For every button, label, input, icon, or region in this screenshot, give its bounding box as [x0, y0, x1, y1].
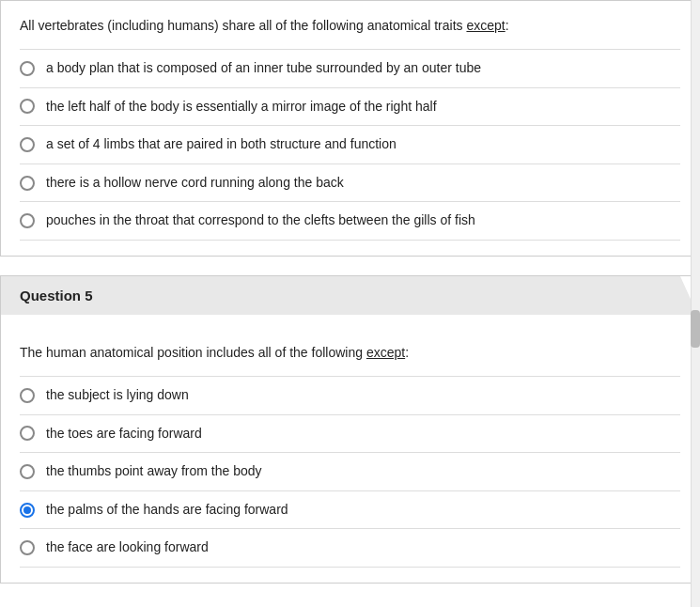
- q4-prompt-underline: except: [466, 18, 505, 33]
- radio-q4a3[interactable]: [20, 137, 35, 152]
- radio-q5a3[interactable]: [20, 464, 35, 479]
- q4-prompt-after: :: [506, 18, 509, 33]
- q5-prompt-after: :: [405, 345, 409, 360]
- list-item[interactable]: a set of 4 limbs that are paired in both…: [20, 125, 680, 163]
- question-4-block: All vertebrates (including humans) share…: [0, 0, 700, 257]
- page-wrapper: All vertebrates (including humans) share…: [0, 0, 700, 584]
- question-5-prompt: The human anatomical position includes a…: [20, 343, 680, 363]
- question-4-prompt: All vertebrates (including humans) share…: [20, 16, 680, 36]
- list-item[interactable]: the subject is lying down: [20, 376, 680, 414]
- radio-q5a2[interactable]: [20, 426, 35, 441]
- question-5-header: Question 5: [0, 275, 700, 315]
- list-item[interactable]: the thumbs point away from the body: [20, 452, 680, 490]
- list-item[interactable]: a body plan that is composed of an inner…: [20, 49, 680, 87]
- question-4-answer-list: a body plan that is composed of an inner…: [20, 49, 680, 241]
- answer-text: a body plan that is composed of an inner…: [46, 59, 481, 78]
- q5-prompt-text-before: The human anatomical position includes a…: [20, 345, 366, 360]
- answer-text: the palms of the hands are facing forwar…: [46, 501, 288, 520]
- question-5-title: Question 5: [20, 288, 93, 304]
- q4-prompt-text-before: All vertebrates (including humans) share…: [20, 18, 466, 33]
- question-5-answer-list: the subject is lying down the toes are f…: [20, 376, 680, 568]
- question-5-block: The human anatomical position includes a…: [0, 315, 700, 584]
- radio-q5a1[interactable]: [20, 388, 35, 403]
- list-item[interactable]: the toes are facing forward: [20, 414, 680, 453]
- radio-q4a1[interactable]: [20, 61, 35, 76]
- answer-text: the toes are facing forward: [46, 425, 202, 444]
- q5-prompt-underline: except: [366, 345, 405, 360]
- answer-text: pouches in the throat that correspond to…: [46, 211, 475, 230]
- list-item[interactable]: the palms of the hands are facing forwar…: [20, 490, 680, 529]
- list-item[interactable]: the left half of the body is essentially…: [20, 87, 680, 126]
- scrollbar-thumb[interactable]: [691, 310, 700, 348]
- answer-text: there is a hollow nerve cord running alo…: [46, 174, 344, 193]
- answer-text: the thumbs point away from the body: [46, 462, 262, 481]
- scrollbar[interactable]: [691, 0, 700, 607]
- list-item[interactable]: there is a hollow nerve cord running alo…: [20, 163, 680, 202]
- section-divider: [0, 257, 700, 275]
- answer-text: a set of 4 limbs that are paired in both…: [46, 135, 397, 154]
- answer-text: the face are looking forward: [46, 538, 209, 557]
- answer-text: the subject is lying down: [46, 386, 189, 405]
- list-item[interactable]: pouches in the throat that correspond to…: [20, 201, 680, 241]
- list-item[interactable]: the face are looking forward: [20, 528, 680, 568]
- radio-q5a5[interactable]: [20, 540, 35, 555]
- radio-q4a2[interactable]: [20, 99, 35, 114]
- radio-q4a5[interactable]: [20, 213, 35, 228]
- radio-q4a4[interactable]: [20, 176, 35, 191]
- answer-text: the left half of the body is essentially…: [46, 98, 437, 117]
- radio-q5a4[interactable]: [20, 503, 35, 518]
